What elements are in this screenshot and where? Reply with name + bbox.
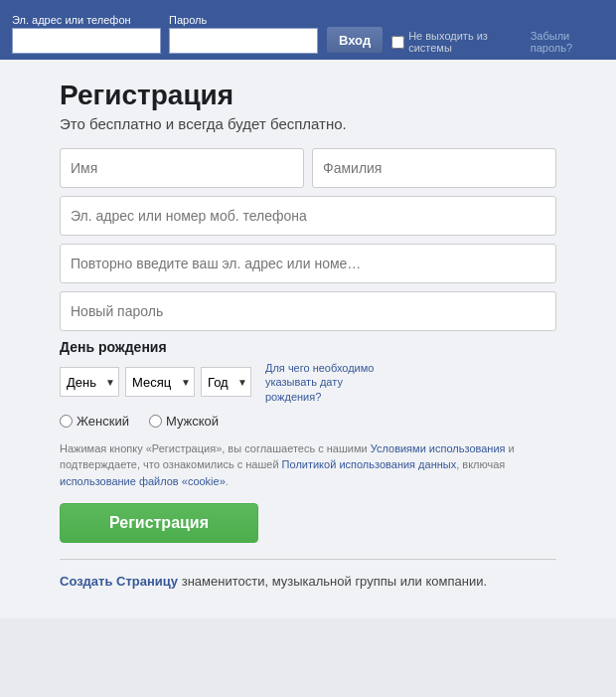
gender-female-radio[interactable] <box>60 415 73 428</box>
gender-female-label: Женский <box>77 414 129 429</box>
name-row <box>60 148 556 188</box>
gender-male-option[interactable]: Мужской <box>149 414 219 429</box>
register-button[interactable]: Регистрация <box>60 503 258 543</box>
forgot-password-link[interactable]: Забыли пароль? <box>531 30 604 54</box>
day-select[interactable]: День <box>60 367 119 397</box>
header-extra: Не выходить из системы Забыли пароль? <box>391 28 604 54</box>
month-select-wrap: Месяц ▼ <box>125 367 195 397</box>
terms-link2[interactable]: Политикой использования данных <box>282 458 457 470</box>
terms-end: . <box>226 475 229 487</box>
first-name-input[interactable] <box>60 148 304 188</box>
email-field-group: Эл. адрес или телефон <box>12 14 161 54</box>
password-field-group: Пароль <box>169 14 318 54</box>
terms-link1[interactable]: Условиями использования <box>371 442 506 454</box>
register-title: Регистрация <box>60 80 556 111</box>
year-select[interactable]: Год <box>201 367 251 397</box>
header-bar: Эл. адрес или телефон Пароль Вход Не вых… <box>0 0 616 60</box>
gender-male-radio[interactable] <box>149 415 162 428</box>
header-email-input[interactable] <box>12 28 161 54</box>
terms-mid2: , включая <box>456 458 505 470</box>
terms-before: Нажимая кнопку «Регистрация», вы соглаша… <box>60 442 371 454</box>
email-input[interactable] <box>60 196 556 236</box>
email-row <box>60 196 556 236</box>
terms-text: Нажимая кнопку «Регистрация», вы соглаша… <box>60 440 556 490</box>
gender-male-label: Мужской <box>166 414 219 429</box>
month-select[interactable]: Месяц <box>125 367 195 397</box>
year-select-wrap: Год ▼ <box>201 367 251 397</box>
create-page-section: Создать Страницу знаменитости, музыкальн… <box>60 574 556 589</box>
repeat-email-row <box>60 244 556 283</box>
birthday-section: День рождения День ▼ Месяц ▼ Год ▼ Для <box>60 339 556 404</box>
divider <box>60 559 556 560</box>
repeat-email-input[interactable] <box>60 244 556 283</box>
new-password-input[interactable] <box>60 291 556 331</box>
password-row <box>60 291 556 331</box>
birthday-why-link[interactable]: Для чего необходимо указывать дату рожде… <box>265 361 394 404</box>
last-name-input[interactable] <box>312 148 556 188</box>
gender-female-option[interactable]: Женский <box>60 414 129 429</box>
birthday-row: День ▼ Месяц ▼ Год ▼ Для чего необходимо… <box>60 361 556 404</box>
create-page-suffix: знаменитости, музыкальной группы или ком… <box>178 574 487 589</box>
remember-label: Не выходить из системы <box>408 30 519 54</box>
login-button[interactable]: Вход <box>326 26 384 54</box>
day-select-wrap: День ▼ <box>60 367 119 397</box>
terms-link3[interactable]: использование файлов «cookie» <box>60 475 226 487</box>
birthday-label: День рождения <box>60 339 556 355</box>
email-label: Эл. адрес или телефон <box>12 14 161 26</box>
remember-row: Не выходить из системы Забыли пароль? <box>391 30 604 54</box>
main-content: Регистрация Это бесплатно и всегда будет… <box>0 60 616 618</box>
gender-row: Женский Мужской <box>60 414 556 429</box>
password-label: Пароль <box>169 14 318 26</box>
register-subtitle: Это бесплатно и всегда будет бесплатно. <box>60 115 556 132</box>
create-page-link[interactable]: Создать Страницу <box>60 574 178 589</box>
header-password-input[interactable] <box>169 28 318 54</box>
remember-checkbox[interactable] <box>391 36 404 49</box>
